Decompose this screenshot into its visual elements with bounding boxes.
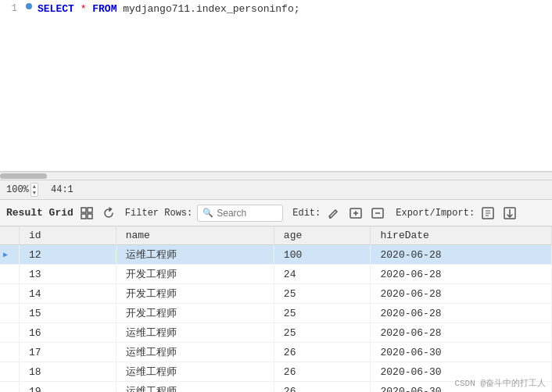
cell-id[interactable]: 15 <box>20 304 116 323</box>
table-body: ▶12运维工程师1002020-06-2813开发工程师242020-06-28… <box>0 245 552 393</box>
cell-hireDate[interactable]: 2020-06-28 <box>371 304 552 323</box>
table-row[interactable]: 14开发工程师252020-06-28 <box>0 284 552 304</box>
svg-rect-2 <box>81 214 86 219</box>
cell-name[interactable]: 运维工程师 <box>116 245 274 265</box>
cell-name[interactable]: 开发工程师 <box>116 265 274 284</box>
zoom-control[interactable]: 100% ▲ ▼ <box>6 183 38 197</box>
cell-age[interactable]: 25 <box>274 323 371 343</box>
svg-rect-3 <box>88 214 92 219</box>
main-layout: 1 SELECT * FROM mydjango711.index_person… <box>0 0 552 392</box>
star-operator: * <box>81 3 87 15</box>
keyword-from: FROM <box>92 3 116 15</box>
export-icon <box>482 207 494 219</box>
edit-pencil-icon-btn[interactable] <box>325 205 342 222</box>
col-name-header[interactable]: name <box>116 226 274 245</box>
delete-row-icon-btn[interactable] <box>369 205 386 222</box>
cell-hireDate[interactable]: 2020-06-30 <box>371 343 552 362</box>
col-id-header[interactable]: id <box>20 226 116 245</box>
table-row[interactable]: 16运维工程师252020-06-28 <box>0 323 552 343</box>
col-hiredate-header[interactable]: hireDate <box>371 226 552 245</box>
cell-name[interactable]: 运维工程师 <box>116 343 274 362</box>
search-input[interactable] <box>217 208 279 219</box>
cell-id[interactable]: 12 <box>20 245 116 265</box>
svg-rect-0 <box>81 208 86 212</box>
table-row[interactable]: 13开发工程师242020-06-28 <box>0 265 552 284</box>
cell-id[interactable]: 16 <box>20 323 116 343</box>
cell-age[interactable]: 25 <box>274 304 371 323</box>
export-import-label: Export/Import: <box>396 208 475 219</box>
horizontal-scrollbar[interactable] <box>0 172 552 180</box>
line-active-dot <box>26 3 32 9</box>
line-content-1[interactable]: SELECT * FROM mydjango711.index_personin… <box>34 3 552 15</box>
cell-id[interactable]: 19 <box>20 382 116 393</box>
table-name: mydjango711.index_personinfo; <box>116 3 299 15</box>
zoom-spinner[interactable]: ▲ ▼ <box>30 183 38 197</box>
cell-age[interactable]: 26 <box>274 382 371 393</box>
editor-area: 1 SELECT * FROM mydjango711.index_person… <box>0 0 552 172</box>
row-arrow-cell <box>0 343 20 362</box>
grid-icon-btn[interactable] <box>78 205 95 222</box>
table-row[interactable]: ▶12运维工程师1002020-06-28 <box>0 245 552 265</box>
row-arrow-cell <box>0 362 20 382</box>
zoom-down[interactable]: ▼ <box>31 190 38 196</box>
table-header-row: id name age hireDate <box>0 226 552 245</box>
cell-id[interactable]: 18 <box>20 362 116 382</box>
import-icon <box>504 207 516 219</box>
cell-age[interactable]: 26 <box>274 362 371 382</box>
zoom-value: 100% <box>6 184 29 195</box>
insert-row-icon <box>349 207 362 219</box>
cell-name[interactable]: 开发工程师 <box>116 284 274 304</box>
cell-name[interactable]: 运维工程师 <box>116 362 274 382</box>
search-icon: 🔍 <box>203 208 213 218</box>
cell-name[interactable]: 运维工程师 <box>116 382 274 393</box>
cell-id[interactable]: 17 <box>20 343 116 362</box>
editor-line-1: 1 SELECT * FROM mydjango711.index_person… <box>0 0 552 19</box>
table-row[interactable]: 17运维工程师262020-06-30 <box>0 343 552 362</box>
table-row[interactable]: 15开发工程师252020-06-28 <box>0 304 552 323</box>
row-arrow-cell <box>0 265 20 284</box>
line-number-1: 1 <box>0 3 23 14</box>
cell-id[interactable]: 14 <box>20 284 116 304</box>
search-box[interactable]: 🔍 <box>197 205 283 222</box>
col-arrow-header <box>0 226 20 245</box>
cell-age[interactable]: 25 <box>274 284 371 304</box>
grid-icon <box>81 207 93 219</box>
row-arrow-cell <box>0 304 20 323</box>
edit-label: Edit: <box>292 208 321 219</box>
refresh-icon-btn[interactable] <box>100 205 117 222</box>
result-grid-label: Result Grid <box>6 207 73 219</box>
row-arrow-cell <box>0 382 20 393</box>
scrollbar-thumb[interactable] <box>0 173 47 179</box>
edit-pencil-icon <box>328 207 340 219</box>
insert-row-icon-btn[interactable] <box>347 205 364 222</box>
export-icon-btn[interactable] <box>479 205 496 222</box>
col-age-header[interactable]: age <box>274 226 371 245</box>
keyword-select: SELECT <box>38 3 74 15</box>
result-toolbar: Result Grid Filter Rows: 🔍 Edit: <box>0 200 552 226</box>
cursor-position: 44:1 <box>51 184 73 195</box>
watermark: CSDN @奋斗中的打工人 <box>454 377 546 389</box>
cell-name[interactable]: 开发工程师 <box>116 304 274 323</box>
delete-row-icon <box>371 207 384 219</box>
cell-age[interactable]: 26 <box>274 343 371 362</box>
zoom-up[interactable]: ▲ <box>31 184 38 190</box>
cell-hireDate[interactable]: 2020-06-28 <box>371 265 552 284</box>
svg-rect-1 <box>88 208 92 212</box>
row-arrow-cell <box>0 323 20 343</box>
cell-name[interactable]: 运维工程师 <box>116 323 274 343</box>
result-table-container[interactable]: id name age hireDate ▶12运维工程师1002020-06-… <box>0 226 552 392</box>
cell-age[interactable]: 24 <box>274 265 371 284</box>
result-table: id name age hireDate ▶12运维工程师1002020-06-… <box>0 226 552 392</box>
row-arrow-cell: ▶ <box>0 245 20 265</box>
line-dot-1 <box>23 3 34 9</box>
import-icon-btn[interactable] <box>501 205 518 222</box>
cell-hireDate[interactable]: 2020-06-28 <box>371 245 552 265</box>
cell-age[interactable]: 100 <box>274 245 371 265</box>
status-bar: 100% ▲ ▼ 44:1 <box>0 180 552 200</box>
cell-hireDate[interactable]: 2020-06-28 <box>371 323 552 343</box>
cell-id[interactable]: 13 <box>20 265 116 284</box>
row-arrow-cell <box>0 284 20 304</box>
refresh-icon <box>102 207 115 219</box>
filter-rows-label: Filter Rows: <box>125 208 192 219</box>
cell-hireDate[interactable]: 2020-06-28 <box>371 284 552 304</box>
